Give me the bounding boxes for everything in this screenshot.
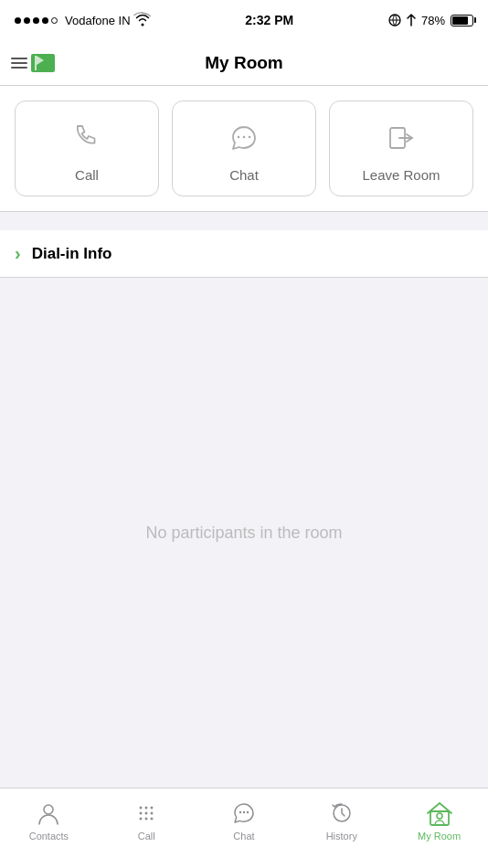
tab-contacts[interactable]: Contacts [0,796,98,842]
svg-point-10 [145,812,148,815]
history-tab-label: History [326,831,357,842]
svg-point-6 [140,807,143,810]
my-room-tab-label: My Room [418,831,461,842]
svg-point-17 [247,811,249,813]
svg-point-8 [151,807,154,810]
main-content: Call Chat Leave R [0,86,488,788]
action-row: Call Chat Leave R [0,86,488,212]
page-title: My Room [205,53,283,73]
call-label: Call [75,167,99,183]
dot5 [51,17,58,24]
svg-point-13 [145,818,148,820]
tab-bar: Contacts Call [0,788,488,868]
chat-label: Chat [229,167,259,183]
svg-point-14 [151,818,154,820]
leave-room-label: Leave Room [362,167,440,183]
svg-point-20 [437,813,442,819]
dot4 [42,17,48,24]
signal-dots [15,17,58,24]
tab-chat[interactable]: Chat [196,796,293,842]
svg-point-12 [140,818,143,820]
dot2 [24,17,30,24]
call-tab-icon [133,799,160,827]
leave-room-button[interactable]: Leave Room [329,101,473,196]
call-button[interactable]: Call [15,101,159,196]
status-left: Vodafone IN [15,13,151,28]
call-icon [67,118,107,158]
empty-state-text: No participants in the room [145,524,342,543]
location-icon [388,14,401,26]
svg-point-11 [151,812,154,815]
tab-history[interactable]: History [292,796,390,842]
hamburger-icon [11,58,27,69]
empty-state: No participants in the room [0,278,488,788]
svg-point-9 [140,812,143,815]
room-flag-icon [31,54,55,72]
chat-tab-icon [230,799,258,827]
menu-button[interactable] [11,54,55,72]
leave-room-icon [381,118,421,158]
tab-call[interactable]: Call [98,796,196,842]
carrier-label: Vodafone IN [65,14,131,27]
svg-point-2 [243,136,246,139]
svg-point-15 [239,811,241,813]
svg-point-3 [249,136,251,139]
arrow-up-icon [407,14,416,26]
wifi-icon [134,13,151,28]
status-bar: Vodafone IN 2:32 PM 78% [0,0,488,40]
status-time: 2:32 PM [245,13,293,27]
svg-point-5 [44,805,53,814]
chevron-right-icon: › [15,243,21,264]
history-tab-icon [328,799,355,827]
my-room-tab-icon [426,799,453,827]
svg-point-1 [238,136,240,139]
tab-my-room[interactable]: My Room [390,796,488,842]
call-tab-label: Call [138,831,155,842]
battery-icon [451,15,473,26]
battery-percent: 78% [421,14,445,27]
chat-button[interactable]: Chat [172,101,316,196]
dial-in-label: Dial-in Info [32,245,112,263]
dot1 [15,17,21,24]
chat-tab-label: Chat [233,831,254,842]
contacts-icon [35,799,62,827]
page-header: My Room [0,40,488,86]
dot3 [33,17,39,24]
chat-icon [224,118,264,158]
dial-in-row[interactable]: › Dial-in Info [0,230,488,278]
svg-point-16 [243,811,245,813]
status-right: 78% [388,14,473,27]
svg-point-7 [145,807,148,810]
contacts-tab-label: Contacts [29,831,69,842]
